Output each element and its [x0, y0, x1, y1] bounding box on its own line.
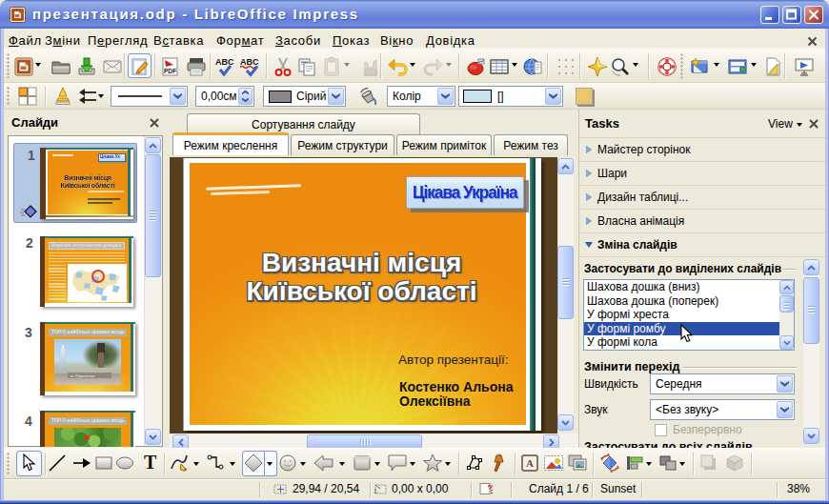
svg-text:A: A [526, 457, 534, 469]
svg-text:ABC: ABC [240, 57, 259, 67]
svg-text:ABC: ABC [215, 57, 234, 67]
svg-text:PDF: PDF [164, 68, 176, 74]
svg-text:1: 1 [374, 488, 377, 494]
